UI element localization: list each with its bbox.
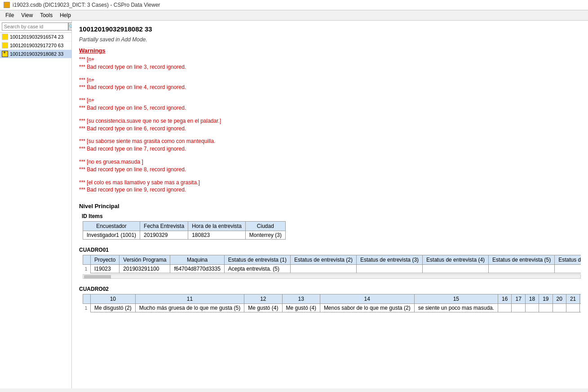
c01-col-6: Estatus de entrevista (4)	[423, 255, 489, 265]
case-id-title: 10012019032918082 33	[79, 25, 581, 33]
cuadro01-title: CUADRO01	[79, 247, 581, 253]
c01-cell-0-7	[489, 265, 555, 273]
warning-block-3: *** [su consistencia.suave que no se te …	[79, 117, 581, 133]
c02-cell-0-2: Me gustó (4)	[244, 304, 282, 312]
id-col-1: Fecha Entrevista	[140, 222, 188, 231]
c02-col-11: 21	[566, 294, 579, 304]
left-panel: 🔍 10012019032916574 23 10012019032917270…	[0, 21, 72, 388]
c02-col-4: 14	[320, 294, 414, 304]
case-label-2: 10012019032918082 33	[10, 51, 63, 57]
c02-col-5: 15	[414, 294, 498, 304]
c01-col-2: Maquina	[170, 255, 224, 265]
c02-cell-0-9	[539, 304, 553, 312]
cuadro01-table-container[interactable]: Proyecto Versión Programa Maquina Estatu…	[83, 255, 581, 279]
warning-line-4-0: *** [su saborse siente mas grasita como …	[79, 138, 581, 145]
c02-cell-0-11	[566, 304, 579, 312]
menu-file[interactable]: File	[2, 11, 18, 19]
warnings-title: Warnings	[79, 47, 581, 54]
c01-cell-0-4	[290, 265, 356, 273]
menu-help[interactable]: Help	[56, 11, 75, 19]
c01-cell-0-1: 201903291100	[119, 265, 170, 273]
warning-line-6-1: *** Bad record type on line 9, record ig…	[79, 186, 581, 194]
warning-line-2-1: *** Bad record type on line 5, record ig…	[79, 104, 581, 112]
c02-cell-0-5: se siente un poco mas masuda.	[414, 304, 498, 312]
c02-col-9: 19	[539, 294, 553, 304]
search-bar: 🔍	[0, 21, 71, 33]
c01-col-8: Estatus de entrevista (6)	[555, 255, 581, 265]
menu-tools[interactable]: Tools	[36, 11, 56, 19]
id-items-table-container: Encuestador Fecha Entrevista Hora de la …	[83, 221, 581, 240]
id-items-table: Encuestador Fecha Entrevista Hora de la …	[83, 221, 286, 240]
c01-col-1: Versión Programa	[119, 255, 170, 265]
cuadro01-table: Proyecto Versión Programa Maquina Estatu…	[83, 255, 581, 273]
c02-cell-0-0: Me disgustó (2)	[91, 304, 136, 312]
warning-line-5-1: *** Bad record type on line 8, record ig…	[79, 166, 581, 174]
c02-num-header	[83, 294, 91, 304]
c02-cell-0-7	[512, 304, 525, 312]
c02-col-8: 18	[525, 294, 539, 304]
warning-block-0: *** [n+ *** Bad record type on line 3, r…	[79, 56, 581, 71]
id-cell-0-1: 20190329	[140, 231, 188, 240]
warning-line-1-1: *** Bad record type on line 4, record ig…	[79, 84, 581, 91]
c01-rownum-0: 1	[83, 265, 91, 273]
case-item-0[interactable]: 10012019032916574 23	[0, 33, 71, 41]
menu-view[interactable]: View	[18, 11, 36, 19]
c01-cell-0-5	[356, 265, 422, 273]
case-item-2[interactable]: 10012019032918082 33	[0, 50, 71, 58]
title-icon	[4, 2, 10, 8]
c01-cell-0-2: f64704d8770d3335	[170, 265, 224, 273]
cuadro02-table: 10 11 12 13 14 15 16 17 18 19 20 21	[83, 294, 581, 312]
warning-block-2: *** [n+ *** Bad record type on line 5, r…	[79, 97, 581, 112]
main-layout: 🔍 10012019032916574 23 10012019032917270…	[0, 21, 588, 388]
case-label-0: 10012019032916574 23	[10, 34, 63, 40]
c02-col-3: 13	[282, 294, 320, 304]
warning-line-4-1: *** Bad record type on line 7, record ig…	[79, 145, 581, 153]
case-label-1: 10012019032917270 63	[10, 43, 63, 48]
search-input[interactable]	[2, 22, 68, 31]
warning-line-3-0: *** [su consistencia.suave que no se te …	[79, 117, 581, 125]
menu-bar: File View Tools Help	[0, 10, 588, 21]
warning-line-0-1: *** Bad record type on line 3, record ig…	[79, 63, 581, 71]
warning-line-6-0: *** [el colo es mas llamativo y sabe mas…	[79, 179, 581, 187]
c01-row-0: 1 I19023 201903291100 f64704d8770d3335 A…	[83, 265, 581, 273]
c02-col-1: 11	[135, 294, 244, 304]
warnings-section: Warnings *** [n+ *** Bad record type on …	[79, 47, 581, 194]
c01-cell-0-8	[555, 265, 581, 273]
id-col-0: Encuestador	[83, 222, 140, 231]
c02-cell-0-1: Mucho más gruesa de lo que me gusta (5)	[135, 304, 244, 312]
partial-save-notice: Partially saved in Add Mode.	[79, 36, 581, 43]
warning-block-4: *** [su saborse siente mas grasita como …	[79, 138, 581, 153]
id-cell-0-3: Monterrey (3)	[245, 231, 285, 240]
warning-block-6: *** [el colo es mas llamativo y sabe mas…	[79, 179, 581, 194]
case-icon-2	[2, 51, 8, 57]
cuadro02-table-container[interactable]: 10 11 12 13 14 15 16 17 18 19 20 21	[83, 294, 581, 312]
c01-cell-0-6	[423, 265, 489, 273]
c01-cell-0-0: I19023	[91, 265, 119, 273]
cuadro01-scrollbar[interactable]	[83, 274, 581, 279]
cuadro02-title: CUADRO02	[79, 286, 581, 292]
c02-col-12: 22	[580, 294, 581, 304]
warning-line-5-0: *** [no es gruesa.masuda ]	[79, 158, 581, 166]
c02-cell-0-8	[525, 304, 539, 312]
case-icon-0	[2, 34, 8, 40]
warning-block-5: *** [no es gruesa.masuda ] *** Bad recor…	[79, 158, 581, 174]
c01-col-4: Estatus de entrevista (2)	[290, 255, 356, 265]
warning-line-0-0: *** [n+	[79, 56, 581, 63]
case-item-1[interactable]: 10012019032917270 63	[0, 41, 71, 50]
c01-col-7: Estatus de entrevista (5)	[489, 255, 555, 265]
cuadro01-scrollbar-thumb[interactable]	[84, 275, 111, 279]
c01-cell-0-3: Acepta entrevista. (5)	[224, 265, 290, 273]
right-panel: 10012019032918082 33 Partially saved in …	[72, 21, 588, 388]
c02-cell-0-10	[553, 304, 566, 312]
c02-rownum-0: 1	[83, 304, 91, 312]
id-col-3: Ciudad	[245, 222, 285, 231]
c02-row-0: 1 Me disgustó (2) Mucho más gruesa de lo…	[83, 304, 581, 312]
nivel-principal-title: Nivel Principal	[79, 203, 581, 209]
warning-line-1-0: *** [n+	[79, 76, 581, 84]
id-col-2: Hora de la entrevista	[188, 222, 246, 231]
c02-col-10: 20	[553, 294, 566, 304]
case-list: 10012019032916574 23 10012019032917270 6…	[0, 33, 71, 388]
c01-col-5: Estatus de entrevista (3)	[356, 255, 422, 265]
warning-block-1: *** [n+ *** Bad record type on line 4, r…	[79, 76, 581, 92]
c02-col-2: 12	[244, 294, 282, 304]
